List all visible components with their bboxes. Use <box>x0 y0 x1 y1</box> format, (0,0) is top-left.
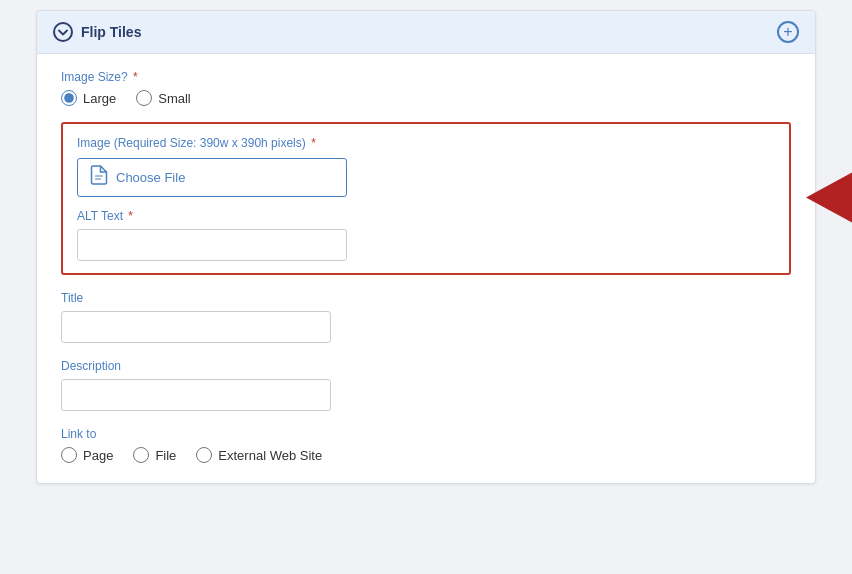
arrow-indicator <box>806 162 852 235</box>
image-size-label: Image Size? * <box>61 70 791 84</box>
radio-external-label: External Web Site <box>218 448 322 463</box>
radio-small-label: Small <box>158 91 191 106</box>
radio-page[interactable]: Page <box>61 447 113 463</box>
image-section-wrapper: Image (Required Size: 390w x 390h pixels… <box>61 122 791 275</box>
radio-small-input[interactable] <box>136 90 152 106</box>
add-button[interactable]: + <box>777 21 799 43</box>
description-field: Description <box>61 359 791 411</box>
image-section: Image (Required Size: 390w x 390h pixels… <box>61 122 791 275</box>
radio-file-label: File <box>155 448 176 463</box>
title-field: Title <box>61 291 791 343</box>
title-input[interactable] <box>61 311 331 343</box>
radio-page-input[interactable] <box>61 447 77 463</box>
description-input[interactable] <box>61 379 331 411</box>
collapse-icon[interactable] <box>53 22 73 42</box>
panel-body: Image Size? * Large Small <box>37 54 815 483</box>
svg-marker-0 <box>806 167 852 227</box>
alt-text-input[interactable] <box>77 229 347 261</box>
panel-header-left: Flip Tiles <box>53 22 141 42</box>
radio-large[interactable]: Large <box>61 90 116 106</box>
link-to-group: Link to Page File External Web Site <box>61 427 791 463</box>
radio-file-input[interactable] <box>133 447 149 463</box>
radio-large-label: Large <box>83 91 116 106</box>
alt-text-label: ALT Text * <box>77 209 775 223</box>
panel-title: Flip Tiles <box>81 24 141 40</box>
choose-file-label: Choose File <box>116 170 185 185</box>
outer-wrapper: Flip Tiles + Image Size? * Large Sma <box>0 0 852 574</box>
image-section-label: Image (Required Size: 390w x 390h pixels… <box>77 136 775 150</box>
panel-header: Flip Tiles + <box>37 11 815 54</box>
choose-file-button[interactable]: Choose File <box>77 158 347 197</box>
radio-file[interactable]: File <box>133 447 176 463</box>
image-size-group: Image Size? * Large Small <box>61 70 791 106</box>
link-to-label: Link to <box>61 427 791 441</box>
radio-external[interactable]: External Web Site <box>196 447 322 463</box>
file-icon <box>90 165 108 190</box>
description-label: Description <box>61 359 791 373</box>
radio-small[interactable]: Small <box>136 90 191 106</box>
radio-large-input[interactable] <box>61 90 77 106</box>
title-label: Title <box>61 291 791 305</box>
main-panel: Flip Tiles + Image Size? * Large Sma <box>36 10 816 484</box>
radio-external-input[interactable] <box>196 447 212 463</box>
link-to-radio-group: Page File External Web Site <box>61 447 791 463</box>
image-size-radio-group: Large Small <box>61 90 791 106</box>
radio-page-label: Page <box>83 448 113 463</box>
